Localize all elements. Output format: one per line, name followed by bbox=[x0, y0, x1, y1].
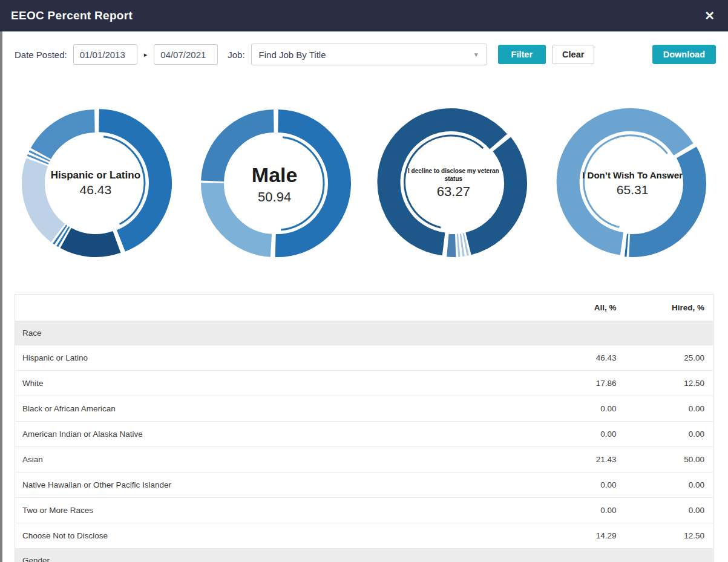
eeoc-report-table: All, % Hired, % RaceHispanic or Latino46… bbox=[15, 294, 713, 562]
table-section-row-race: Race bbox=[15, 321, 713, 345]
donut-segment-white[interactable] bbox=[41, 121, 94, 154]
table-row-choose-not-to-disclose: Choose Not to Disclose14.2912.50 bbox=[15, 523, 713, 549]
hired-percent-value: 0.00 bbox=[625, 472, 713, 498]
empty-header-cell bbox=[15, 295, 537, 321]
hired-percent-value: 50.00 bbox=[625, 447, 713, 472]
close-icon[interactable]: ✕ bbox=[704, 10, 715, 22]
donut-segment-black-or-african-american[interactable] bbox=[39, 155, 40, 157]
row-label: Black or African American bbox=[15, 396, 537, 422]
donut-segment-choose-not-to-disclose[interactable] bbox=[66, 238, 117, 246]
donut-segment-disability-segment-2-estimated[interactable] bbox=[629, 152, 695, 246]
donut-segment-american-indian-or-alaska-native[interactable] bbox=[38, 158, 38, 160]
donut-segment-native-hawaiian-or-other-pacific-islander[interactable] bbox=[59, 234, 61, 235]
table-row-hispanic-or-latino: Hispanic or Latino46.4325.00 bbox=[15, 345, 713, 371]
hired-percent-value: 12.50 bbox=[625, 523, 713, 549]
row-label: Choose Not to Disclose bbox=[15, 523, 537, 549]
download-button[interactable]: Download bbox=[652, 45, 716, 64]
row-label: American Indian or Alaska Native bbox=[15, 422, 537, 447]
all-percent-value: 17.86 bbox=[537, 371, 625, 396]
table-section-row-gender: Gender bbox=[15, 549, 713, 562]
donut-charts-row: Hispanic or Latino 46.43 Male 50.94 I de… bbox=[0, 106, 728, 260]
row-label: White bbox=[15, 371, 537, 396]
hired-percent-value: 0.00 bbox=[625, 498, 713, 523]
table-row-black-or-african-american: Black or African American0.000.00 bbox=[15, 396, 713, 422]
row-label: Two or More Races bbox=[15, 498, 537, 523]
donut-chart-disability: I Don’t Wish To Answer 65.31 bbox=[556, 106, 709, 260]
date-from-input[interactable] bbox=[73, 44, 137, 65]
eeoc-percent-report-modal: EEOC Percent Report ✕ Date Posted: ▸ Job… bbox=[0, 0, 728, 562]
row-label: Asian bbox=[15, 447, 537, 472]
chart-cell-veteran: I decline to disclose my veteran status … bbox=[364, 106, 543, 260]
donut-segment-gender-segment-2-estimated[interactable] bbox=[212, 183, 271, 245]
job-select[interactable]: Find Job By Title ▼ bbox=[251, 44, 487, 65]
job-label: Job: bbox=[228, 50, 244, 60]
chart-cell-disability: I Don’t Wish To Answer 65.31 bbox=[543, 106, 722, 260]
all-percent-value: 0.00 bbox=[537, 422, 625, 447]
hired-percent-value: 0.00 bbox=[625, 422, 713, 447]
chevron-down-icon: ▼ bbox=[473, 51, 479, 58]
selected-segment-highlight-arc bbox=[405, 136, 484, 227]
table-row-american-indian-or-alaska-native: American Indian or Alaska Native0.000.00 bbox=[15, 422, 713, 447]
donut-svg-disability bbox=[556, 106, 709, 260]
hired-percent-value: 12.50 bbox=[625, 371, 713, 396]
filter-bar: Date Posted: ▸ Job: Find Job By Title ▼ … bbox=[0, 31, 728, 65]
clear-button[interactable]: Clear bbox=[552, 45, 594, 64]
row-label: Native Hawaiian or Other Pacific Islande… bbox=[15, 472, 537, 498]
all-percent-header: All, % bbox=[537, 295, 625, 321]
donut-svg-veteran bbox=[376, 106, 530, 260]
table-row-native-hawaiian-or-other-pacific-islander: Native Hawaiian or Other Pacific Islande… bbox=[15, 472, 713, 498]
all-percent-value: 14.29 bbox=[537, 523, 625, 549]
left-edge-strip bbox=[0, 31, 2, 562]
section-label: Gender bbox=[15, 549, 713, 562]
donut-chart-race: Hispanic or Latino 46.43 bbox=[19, 106, 172, 260]
all-percent-value: 0.00 bbox=[537, 472, 625, 498]
table-header: All, % Hired, % bbox=[15, 295, 713, 321]
all-percent-value: 46.43 bbox=[537, 345, 625, 371]
all-percent-value: 0.00 bbox=[537, 396, 625, 422]
chart-cell-race: Hispanic or Latino 46.43 bbox=[6, 106, 185, 260]
donut-segment-veteran-segment-2-estimated[interactable] bbox=[468, 144, 516, 244]
donut-segment-male[interactable] bbox=[275, 121, 339, 246]
donut-segment-veteran-segment-3-estimated[interactable] bbox=[465, 244, 467, 245]
donut-segment-asian[interactable] bbox=[33, 162, 58, 233]
donut-segment-hispanic-or-latino[interactable] bbox=[99, 120, 160, 241]
date-posted-label: Date Posted: bbox=[15, 50, 67, 60]
hired-percent-value: 0.00 bbox=[625, 396, 713, 422]
hired-percent-value: 25.00 bbox=[625, 345, 713, 371]
donut-svg-gender bbox=[198, 106, 352, 260]
chart-cell-gender: Male 50.94 bbox=[185, 106, 364, 260]
date-to-input[interactable] bbox=[154, 44, 218, 65]
all-percent-value: 0.00 bbox=[537, 498, 625, 523]
donut-chart-gender: Male 50.94 bbox=[198, 106, 352, 260]
donut-chart-veteran: I decline to disclose my veteran status … bbox=[376, 106, 530, 260]
donut-svg-race bbox=[19, 106, 172, 260]
page-title: EEOC Percent Report bbox=[11, 9, 133, 22]
table-row-white: White17.8612.50 bbox=[15, 371, 713, 396]
table-row-asian: Asian21.4350.00 bbox=[15, 447, 713, 472]
donut-segment-gender-segment-3-estimated[interactable] bbox=[212, 121, 274, 181]
section-label: Race bbox=[15, 321, 713, 345]
date-range-arrow-icon: ▸ bbox=[143, 51, 148, 59]
selected-segment-highlight-arc bbox=[584, 136, 667, 227]
all-percent-value: 21.43 bbox=[537, 447, 625, 472]
hired-percent-header: Hired, % bbox=[625, 295, 713, 321]
donut-segment-two-or-more-races[interactable] bbox=[62, 236, 64, 237]
job-select-value: Find Job By Title bbox=[259, 50, 326, 60]
row-label: Hispanic or Latino bbox=[15, 345, 537, 371]
filter-button[interactable]: Filter bbox=[498, 45, 546, 64]
table-row-two-or-more-races: Two or More Races0.000.00 bbox=[15, 498, 713, 523]
modal-titlebar: EEOC Percent Report ✕ bbox=[0, 0, 728, 31]
